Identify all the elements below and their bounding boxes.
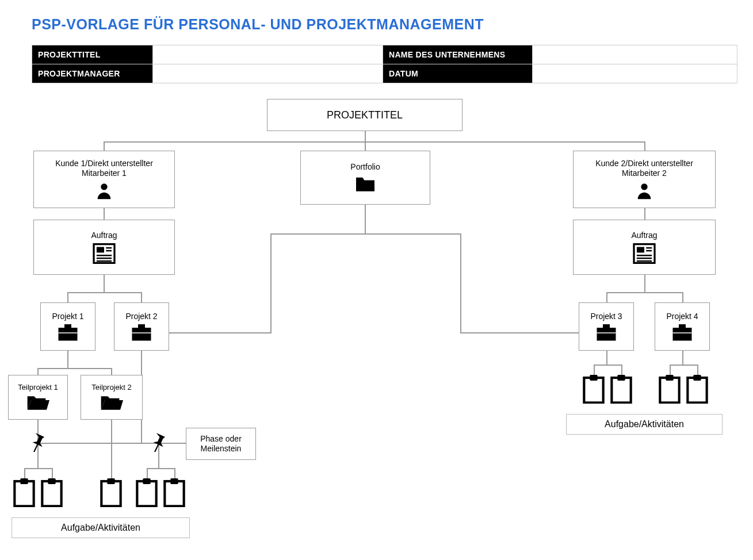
newspaper-icon xyxy=(93,243,116,264)
node-root-label: PROJEKTTITEL xyxy=(327,109,403,122)
caption-tasks-right: Aufgabe/Aktivitäten xyxy=(566,414,723,435)
connector xyxy=(670,365,671,375)
clipboard-icon xyxy=(658,375,681,404)
svg-rect-32 xyxy=(101,481,120,506)
connector xyxy=(644,275,645,292)
connector xyxy=(682,292,683,302)
clipboard-icon xyxy=(163,478,186,507)
svg-rect-42 xyxy=(660,378,679,402)
node-portfolio-label: Portfolio xyxy=(350,162,380,172)
node-project-2: Projekt 2 xyxy=(114,302,169,351)
svg-rect-35 xyxy=(143,478,150,484)
connector xyxy=(24,468,25,478)
svg-rect-39 xyxy=(590,375,597,381)
node-project-3: Projekt 3 xyxy=(579,302,634,351)
svg-rect-9 xyxy=(634,244,655,263)
node-project-3-label: Projekt 3 xyxy=(590,312,622,322)
svg-rect-43 xyxy=(666,375,673,381)
svg-rect-23 xyxy=(597,328,616,341)
connector xyxy=(621,365,622,375)
folder-open-icon xyxy=(100,394,123,412)
svg-rect-28 xyxy=(14,481,33,506)
pushpin-icon xyxy=(147,431,168,452)
connector xyxy=(594,365,595,375)
connector xyxy=(697,365,698,375)
connector xyxy=(52,468,53,478)
connector xyxy=(67,351,68,368)
node-customer-1: Kunde 1/Direkt unterstellter Mitarbeiter… xyxy=(33,151,175,208)
svg-rect-38 xyxy=(584,378,603,402)
svg-point-1 xyxy=(641,183,647,190)
node-order-left: Auftrag xyxy=(33,220,175,275)
header-label-manager: PROJEKTMANAGER xyxy=(32,64,153,83)
page-title: PSP-VORLAGE FÜR PERSONAL- UND PROJEKTMAN… xyxy=(32,16,484,33)
connector xyxy=(365,131,366,141)
header-label-company: NAME DES UNTERNEHMENS xyxy=(383,45,533,64)
connector xyxy=(111,368,112,375)
connector xyxy=(460,332,579,333)
connector xyxy=(37,368,39,375)
header-value-company[interactable] xyxy=(533,45,737,64)
connector xyxy=(606,351,607,365)
svg-rect-16 xyxy=(64,324,71,328)
svg-rect-30 xyxy=(42,481,61,506)
svg-rect-44 xyxy=(687,378,706,402)
node-order-right: Auftrag xyxy=(573,220,716,275)
connector xyxy=(111,468,112,478)
connector xyxy=(147,468,174,469)
header-label-date: DATUM xyxy=(383,64,533,83)
connector xyxy=(24,468,52,469)
person-icon xyxy=(94,181,114,201)
connector xyxy=(365,205,366,233)
connector xyxy=(644,141,645,151)
connector xyxy=(141,292,142,302)
connector xyxy=(168,332,272,333)
svg-rect-26 xyxy=(673,328,692,341)
svg-point-0 xyxy=(101,183,107,190)
svg-rect-2 xyxy=(94,244,114,263)
node-project-4-label: Projekt 4 xyxy=(666,312,698,322)
node-subproject-2-label: Teilprojekt 2 xyxy=(91,383,131,392)
pushpin-icon xyxy=(26,431,47,452)
connector xyxy=(606,292,607,302)
svg-rect-25 xyxy=(679,324,686,328)
node-project-1-label: Projekt 1 xyxy=(52,312,83,322)
svg-rect-19 xyxy=(138,324,145,328)
clipboard-icon xyxy=(13,478,36,507)
node-root: PROJEKTTITEL xyxy=(267,99,462,131)
svg-rect-17 xyxy=(59,328,78,341)
svg-rect-33 xyxy=(107,478,114,484)
clipboard-icon xyxy=(686,375,709,404)
connector xyxy=(270,233,460,235)
clipboard-icon xyxy=(582,375,605,404)
node-customer-2-label: Kunde 2/Direkt unterstellter Mitarbeiter… xyxy=(577,159,712,179)
briefcase-icon xyxy=(58,324,78,342)
connector xyxy=(147,468,148,478)
connector xyxy=(460,233,461,333)
svg-rect-20 xyxy=(132,328,151,341)
svg-rect-36 xyxy=(165,481,184,506)
clipboard-icon xyxy=(100,478,123,507)
connector xyxy=(644,208,645,220)
connector xyxy=(104,275,105,292)
connector xyxy=(111,420,112,468)
connector xyxy=(365,141,366,151)
node-project-4: Projekt 4 xyxy=(655,302,710,351)
connector xyxy=(606,292,682,293)
svg-rect-10 xyxy=(637,247,644,252)
clipboard-icon xyxy=(135,478,158,507)
clipboard-icon xyxy=(40,478,63,507)
svg-rect-22 xyxy=(603,324,610,328)
connector xyxy=(682,351,683,365)
node-customer-2: Kunde 2/Direkt unterstellter Mitarbeiter… xyxy=(573,151,716,208)
svg-rect-45 xyxy=(693,375,701,381)
node-customer-1-label: Kunde 1/Direkt unterstellter Mitarbeiter… xyxy=(37,159,171,179)
connector xyxy=(67,292,141,293)
node-portfolio: Portfolio xyxy=(300,151,430,205)
node-project-2-label: Projekt 2 xyxy=(125,312,157,322)
header-value-manager[interactable] xyxy=(153,64,383,83)
header-value-project-title[interactable] xyxy=(153,45,383,64)
header-value-date[interactable] xyxy=(533,64,737,83)
connector xyxy=(104,141,644,143)
connector xyxy=(670,365,697,366)
